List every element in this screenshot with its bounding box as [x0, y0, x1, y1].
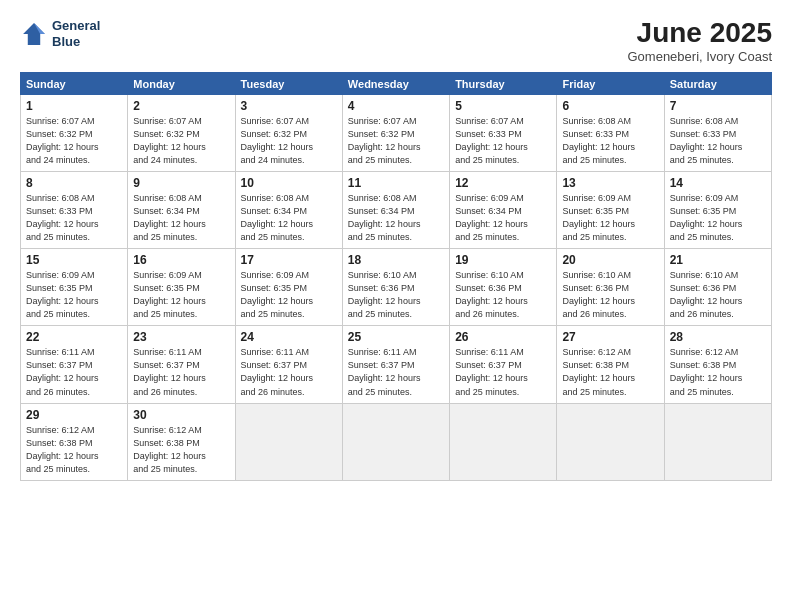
- day-number: 5: [455, 99, 551, 113]
- day-cell-24: 24Sunrise: 6:11 AMSunset: 6:37 PMDayligh…: [235, 326, 342, 403]
- day-number: 25: [348, 330, 444, 344]
- calendar-title: June 2025: [627, 18, 772, 49]
- day-info: Sunrise: 6:07 AMSunset: 6:32 PMDaylight:…: [241, 115, 337, 167]
- page: General Blue June 2025 Gomeneberi, Ivory…: [0, 0, 792, 612]
- day-number: 10: [241, 176, 337, 190]
- day-number: 2: [133, 99, 229, 113]
- day-cell-30: 30Sunrise: 6:12 AMSunset: 6:38 PMDayligh…: [128, 403, 235, 480]
- day-cell-19: 19Sunrise: 6:10 AMSunset: 6:36 PMDayligh…: [450, 249, 557, 326]
- day-header-saturday: Saturday: [664, 72, 771, 94]
- day-header-monday: Monday: [128, 72, 235, 94]
- day-info: Sunrise: 6:09 AMSunset: 6:35 PMDaylight:…: [26, 269, 122, 321]
- day-number: 22: [26, 330, 122, 344]
- day-info: Sunrise: 6:07 AMSunset: 6:32 PMDaylight:…: [26, 115, 122, 167]
- day-info: Sunrise: 6:09 AMSunset: 6:35 PMDaylight:…: [241, 269, 337, 321]
- day-number: 21: [670, 253, 766, 267]
- day-number: 27: [562, 330, 658, 344]
- day-info: Sunrise: 6:09 AMSunset: 6:35 PMDaylight:…: [670, 192, 766, 244]
- day-info: Sunrise: 6:08 AMSunset: 6:34 PMDaylight:…: [241, 192, 337, 244]
- day-info: Sunrise: 6:11 AMSunset: 6:37 PMDaylight:…: [241, 346, 337, 398]
- day-info: Sunrise: 6:07 AMSunset: 6:32 PMDaylight:…: [348, 115, 444, 167]
- day-header-wednesday: Wednesday: [342, 72, 449, 94]
- day-cell-15: 15Sunrise: 6:09 AMSunset: 6:35 PMDayligh…: [21, 249, 128, 326]
- day-info: Sunrise: 6:10 AMSunset: 6:36 PMDaylight:…: [348, 269, 444, 321]
- day-cell-26: 26Sunrise: 6:11 AMSunset: 6:37 PMDayligh…: [450, 326, 557, 403]
- day-number: 12: [455, 176, 551, 190]
- day-number: 13: [562, 176, 658, 190]
- day-cell-9: 9Sunrise: 6:08 AMSunset: 6:34 PMDaylight…: [128, 171, 235, 248]
- day-number: 19: [455, 253, 551, 267]
- day-info: Sunrise: 6:07 AMSunset: 6:33 PMDaylight:…: [455, 115, 551, 167]
- day-number: 18: [348, 253, 444, 267]
- day-info: Sunrise: 6:12 AMSunset: 6:38 PMDaylight:…: [133, 424, 229, 476]
- day-info: Sunrise: 6:07 AMSunset: 6:32 PMDaylight:…: [133, 115, 229, 167]
- calendar-table: SundayMondayTuesdayWednesdayThursdayFrid…: [20, 72, 772, 481]
- logo-text: General Blue: [52, 18, 100, 49]
- day-cell-12: 12Sunrise: 6:09 AMSunset: 6:34 PMDayligh…: [450, 171, 557, 248]
- logo-icon: [20, 20, 48, 48]
- header-row: SundayMondayTuesdayWednesdayThursdayFrid…: [21, 72, 772, 94]
- day-info: Sunrise: 6:12 AMSunset: 6:38 PMDaylight:…: [26, 424, 122, 476]
- day-info: Sunrise: 6:08 AMSunset: 6:33 PMDaylight:…: [26, 192, 122, 244]
- day-number: 16: [133, 253, 229, 267]
- day-number: 9: [133, 176, 229, 190]
- day-info: Sunrise: 6:11 AMSunset: 6:37 PMDaylight:…: [455, 346, 551, 398]
- day-cell-20: 20Sunrise: 6:10 AMSunset: 6:36 PMDayligh…: [557, 249, 664, 326]
- day-cell-8: 8Sunrise: 6:08 AMSunset: 6:33 PMDaylight…: [21, 171, 128, 248]
- day-number: 17: [241, 253, 337, 267]
- day-cell-10: 10Sunrise: 6:08 AMSunset: 6:34 PMDayligh…: [235, 171, 342, 248]
- day-number: 11: [348, 176, 444, 190]
- day-header-thursday: Thursday: [450, 72, 557, 94]
- day-info: Sunrise: 6:10 AMSunset: 6:36 PMDaylight:…: [455, 269, 551, 321]
- day-number: 3: [241, 99, 337, 113]
- empty-cell: [664, 403, 771, 480]
- day-info: Sunrise: 6:09 AMSunset: 6:35 PMDaylight:…: [562, 192, 658, 244]
- day-info: Sunrise: 6:10 AMSunset: 6:36 PMDaylight:…: [562, 269, 658, 321]
- day-info: Sunrise: 6:09 AMSunset: 6:35 PMDaylight:…: [133, 269, 229, 321]
- day-cell-27: 27Sunrise: 6:12 AMSunset: 6:38 PMDayligh…: [557, 326, 664, 403]
- logo-line1: General: [52, 18, 100, 33]
- day-cell-13: 13Sunrise: 6:09 AMSunset: 6:35 PMDayligh…: [557, 171, 664, 248]
- day-cell-2: 2Sunrise: 6:07 AMSunset: 6:32 PMDaylight…: [128, 94, 235, 171]
- day-number: 1: [26, 99, 122, 113]
- day-info: Sunrise: 6:11 AMSunset: 6:37 PMDaylight:…: [133, 346, 229, 398]
- day-number: 24: [241, 330, 337, 344]
- day-cell-4: 4Sunrise: 6:07 AMSunset: 6:32 PMDaylight…: [342, 94, 449, 171]
- empty-cell: [235, 403, 342, 480]
- day-info: Sunrise: 6:08 AMSunset: 6:33 PMDaylight:…: [670, 115, 766, 167]
- empty-cell: [450, 403, 557, 480]
- day-info: Sunrise: 6:08 AMSunset: 6:34 PMDaylight:…: [348, 192, 444, 244]
- day-header-sunday: Sunday: [21, 72, 128, 94]
- day-cell-7: 7Sunrise: 6:08 AMSunset: 6:33 PMDaylight…: [664, 94, 771, 171]
- day-cell-25: 25Sunrise: 6:11 AMSunset: 6:37 PMDayligh…: [342, 326, 449, 403]
- day-cell-28: 28Sunrise: 6:12 AMSunset: 6:38 PMDayligh…: [664, 326, 771, 403]
- day-cell-6: 6Sunrise: 6:08 AMSunset: 6:33 PMDaylight…: [557, 94, 664, 171]
- empty-cell: [557, 403, 664, 480]
- day-cell-21: 21Sunrise: 6:10 AMSunset: 6:36 PMDayligh…: [664, 249, 771, 326]
- day-number: 6: [562, 99, 658, 113]
- day-info: Sunrise: 6:08 AMSunset: 6:33 PMDaylight:…: [562, 115, 658, 167]
- day-number: 14: [670, 176, 766, 190]
- calendar-subtitle: Gomeneberi, Ivory Coast: [627, 49, 772, 64]
- day-number: 15: [26, 253, 122, 267]
- day-info: Sunrise: 6:12 AMSunset: 6:38 PMDaylight:…: [670, 346, 766, 398]
- day-cell-22: 22Sunrise: 6:11 AMSunset: 6:37 PMDayligh…: [21, 326, 128, 403]
- day-cell-17: 17Sunrise: 6:09 AMSunset: 6:35 PMDayligh…: [235, 249, 342, 326]
- day-number: 7: [670, 99, 766, 113]
- day-info: Sunrise: 6:10 AMSunset: 6:36 PMDaylight:…: [670, 269, 766, 321]
- week-row-2: 8Sunrise: 6:08 AMSunset: 6:33 PMDaylight…: [21, 171, 772, 248]
- day-cell-11: 11Sunrise: 6:08 AMSunset: 6:34 PMDayligh…: [342, 171, 449, 248]
- day-header-tuesday: Tuesday: [235, 72, 342, 94]
- day-cell-14: 14Sunrise: 6:09 AMSunset: 6:35 PMDayligh…: [664, 171, 771, 248]
- week-row-1: 1Sunrise: 6:07 AMSunset: 6:32 PMDaylight…: [21, 94, 772, 171]
- day-number: 23: [133, 330, 229, 344]
- day-number: 20: [562, 253, 658, 267]
- day-info: Sunrise: 6:09 AMSunset: 6:34 PMDaylight:…: [455, 192, 551, 244]
- day-cell-3: 3Sunrise: 6:07 AMSunset: 6:32 PMDaylight…: [235, 94, 342, 171]
- day-cell-18: 18Sunrise: 6:10 AMSunset: 6:36 PMDayligh…: [342, 249, 449, 326]
- day-cell-5: 5Sunrise: 6:07 AMSunset: 6:33 PMDaylight…: [450, 94, 557, 171]
- day-header-friday: Friday: [557, 72, 664, 94]
- day-number: 26: [455, 330, 551, 344]
- day-info: Sunrise: 6:11 AMSunset: 6:37 PMDaylight:…: [26, 346, 122, 398]
- day-cell-1: 1Sunrise: 6:07 AMSunset: 6:32 PMDaylight…: [21, 94, 128, 171]
